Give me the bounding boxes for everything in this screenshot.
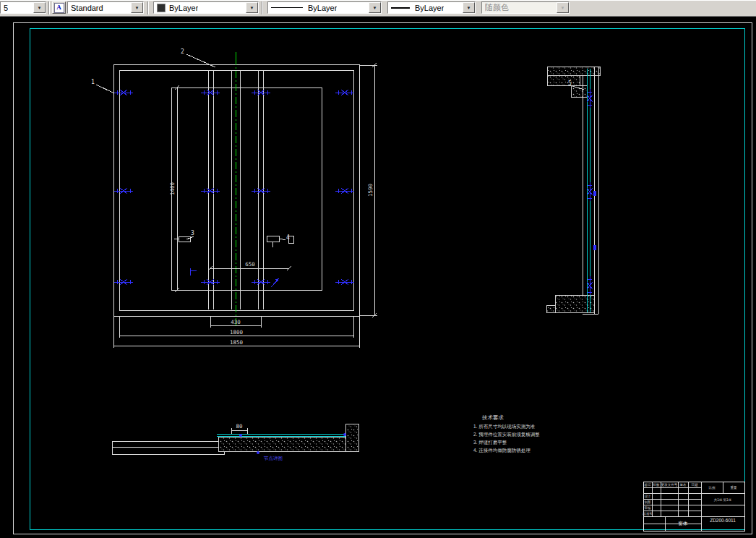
- plotstyle-combo-value: 随颜色: [485, 2, 509, 13]
- dim-overlap-width: 430: [231, 319, 241, 325]
- note-item: 1. 所有尺寸均以现场实测为准: [473, 424, 536, 430]
- linetype-combo-value: ByLayer: [308, 4, 337, 12]
- dimensions: 1400 1590 650 430 1800: [113, 63, 377, 348]
- note-item: 4. 连接件均做防腐防锈处理: [473, 448, 531, 453]
- dim-inner-width: 1800: [230, 329, 244, 336]
- tb-design: 设计: [645, 494, 652, 498]
- plotstyle-combo: 随颜色 ▼: [481, 1, 570, 14]
- toolbar-separator: [147, 1, 149, 14]
- tb-sheet-label: 共1张 第1张: [714, 498, 732, 502]
- text-style-button[interactable]: A: [52, 1, 66, 14]
- chevron-down-icon[interactable]: ▼: [246, 2, 258, 13]
- anchor-markers: [114, 90, 354, 285]
- leader-callouts: 1 2 3 4: [91, 48, 290, 241]
- chevron-down-icon[interactable]: ▼: [369, 2, 381, 13]
- lineweight-combo[interactable]: ByLayer ▼: [387, 1, 476, 14]
- object-properties-toolbar: 5 ▼ A Standard ▼ ByLayer ▼ ByLayer ▼ ByL…: [0, 0, 756, 17]
- callout-3: 3: [191, 230, 194, 236]
- linetype-sample-icon: [271, 7, 303, 8]
- chevron-down-icon: ▼: [557, 2, 569, 13]
- dim-panel-width: 650: [245, 261, 255, 268]
- lineweight-sample-icon: [391, 7, 410, 9]
- blue-detail-marks: [190, 268, 279, 287]
- dim-inner-height: 1400: [169, 182, 176, 195]
- cad-application-window: 5 ▼ A Standard ▼ ByLayer ▼ ByLayer ▼ ByL…: [0, 0, 756, 538]
- title-block: 标记 处数 更改文件号 签名 日期 设计 制图 审核 标准化 比例 重量 共1张…: [642, 482, 744, 531]
- callout-5: 5: [568, 80, 572, 87]
- dim-detail-width: 80: [236, 423, 243, 430]
- chevron-down-icon[interactable]: ▼: [131, 2, 143, 13]
- linetype-combo[interactable]: ByLayer ▼: [267, 1, 382, 14]
- text-style-icon: A: [54, 3, 64, 13]
- callout-1: 1: [91, 79, 95, 85]
- color-combo-value: ByLayer: [169, 4, 198, 12]
- detail-label: 节点详图: [263, 456, 283, 461]
- tb-draft: 制图: [645, 500, 651, 504]
- tech-notes: 技术要求 1. 所有尺寸均以现场实测为准 2. 预埋件位置安装前须复核调整 3.…: [473, 414, 540, 453]
- section-view: 5: [546, 67, 600, 314]
- dim-outer-width: 1850: [230, 339, 244, 346]
- tb-standardize: 标准化: [642, 511, 653, 516]
- color-combo[interactable]: ByLayer ▼: [153, 1, 259, 14]
- tb-count: 处数: [653, 482, 661, 487]
- plan-view: 1400 1590 650 430 1800: [91, 48, 377, 348]
- color-swatch-icon: [157, 4, 166, 12]
- layer-combo-value: 5: [4, 4, 8, 12]
- chevron-down-icon[interactable]: ▼: [33, 2, 46, 13]
- detail-section: 80 节点详图: [112, 423, 358, 461]
- style-combo[interactable]: Standard ▼: [67, 1, 144, 14]
- tb-file-no: 更改文件号: [661, 482, 678, 487]
- tb-sign: 签名: [680, 483, 687, 487]
- notes-title: 技术要求: [481, 414, 504, 421]
- sheet-border: [13, 22, 752, 534]
- tb-date: 日期: [692, 483, 699, 487]
- tb-mark: 标记: [644, 482, 652, 487]
- layer-combo[interactable]: 5 ▼: [0, 1, 46, 14]
- chevron-down-icon[interactable]: ▼: [463, 2, 475, 13]
- style-combo-value: Standard: [71, 4, 103, 12]
- tb-weight-label: 重量: [731, 485, 738, 490]
- note-item: 3. 焊缝打磨平整: [473, 440, 507, 445]
- note-item: 2. 预埋件位置安装前须复核调整: [473, 432, 540, 437]
- toolbar-separator: [262, 1, 263, 14]
- tb-drawing-number: ZD200-6011: [710, 518, 736, 523]
- toolbar-separator: [48, 1, 50, 14]
- lineweight-combo-value: ByLayer: [415, 4, 444, 12]
- tb-part-name: 窗体: [679, 521, 689, 526]
- dim-outer-height: 1590: [367, 183, 374, 197]
- tb-check: 审核: [645, 506, 652, 510]
- callout-4: 4: [286, 234, 290, 241]
- callout-2: 2: [181, 48, 184, 55]
- tb-scale-label: 比例: [709, 486, 716, 490]
- drawing-canvas[interactable]: 1400 1590 650 430 1800: [0, 16, 756, 538]
